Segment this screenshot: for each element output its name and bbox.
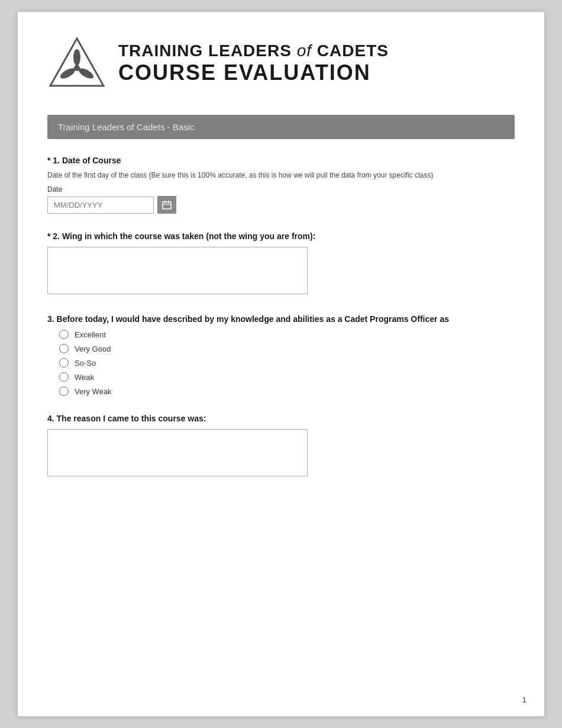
- radio-option-veryweak[interactable]: Very Weak: [47, 386, 515, 396]
- question-3-options: Excellent Very Good So-So Weak Very Weak: [47, 330, 515, 396]
- question-3-title: 3. Before today, I would have described …: [47, 314, 515, 324]
- svg-point-4: [74, 65, 80, 71]
- question-4-block: 4. The reason I came to this course was:: [47, 414, 515, 479]
- radio-label-weak: Weak: [75, 373, 94, 382]
- page-number: 1: [522, 695, 527, 704]
- radio-option-soso[interactable]: So-So: [47, 358, 515, 368]
- header: TRAINING LEADERS of CADETS COURSE EVALUA…: [47, 36, 515, 91]
- logo-container: [47, 36, 106, 91]
- header-title-line1: TRAINING LEADERS of CADETS: [118, 41, 389, 60]
- svg-point-3: [59, 66, 76, 80]
- header-text: TRAINING LEADERS of CADETS COURSE EVALUA…: [118, 41, 389, 85]
- svg-point-1: [73, 49, 80, 66]
- question-2-block: * 2. Wing in which the course was taken …: [47, 231, 515, 297]
- question-4-textarea[interactable]: [47, 429, 308, 476]
- radio-label-soso: So-So: [75, 359, 96, 368]
- question-4-title: 4. The reason I came to this course was:: [47, 414, 515, 423]
- calendar-button[interactable]: [157, 196, 176, 214]
- question-1-hint: Date of the first day of the class (Be s…: [47, 171, 515, 179]
- svg-rect-5: [163, 202, 171, 209]
- radio-circle-excellent: [59, 330, 69, 339]
- question-2-textarea[interactable]: [47, 247, 308, 294]
- date-label: Date: [47, 185, 515, 194]
- radio-circle-veryweak: [59, 386, 69, 396]
- calendar-icon: [162, 200, 172, 210]
- date-input-row: [47, 196, 515, 214]
- radio-circle-verygood: [59, 344, 69, 353]
- radio-option-verygood[interactable]: Very Good: [47, 344, 515, 353]
- svg-point-2: [77, 66, 95, 80]
- page: TRAINING LEADERS of CADETS COURSE EVALUA…: [18, 12, 544, 716]
- radio-circle-soso: [59, 358, 69, 368]
- question-1-title: * 1. Date of Course: [47, 156, 515, 165]
- radio-label-veryweak: Very Weak: [75, 387, 112, 396]
- question-2-title: * 2. Wing in which the course was taken …: [47, 231, 515, 241]
- logo-icon: [47, 36, 106, 89]
- radio-option-weak[interactable]: Weak: [47, 372, 515, 382]
- radio-option-excellent[interactable]: Excellent: [47, 330, 515, 339]
- radio-label-verygood: Very Good: [75, 344, 111, 353]
- section-banner: Training Leaders of Cadets - Basic: [47, 115, 515, 139]
- question-3-block: 3. Before today, I would have described …: [47, 314, 515, 396]
- radio-label-excellent: Excellent: [75, 330, 106, 339]
- radio-circle-weak: [59, 372, 69, 382]
- question-1-block: * 1. Date of Course Date of the first da…: [47, 156, 515, 214]
- header-title-line2: COURSE EVALUATION: [118, 60, 389, 85]
- date-input[interactable]: [47, 197, 154, 214]
